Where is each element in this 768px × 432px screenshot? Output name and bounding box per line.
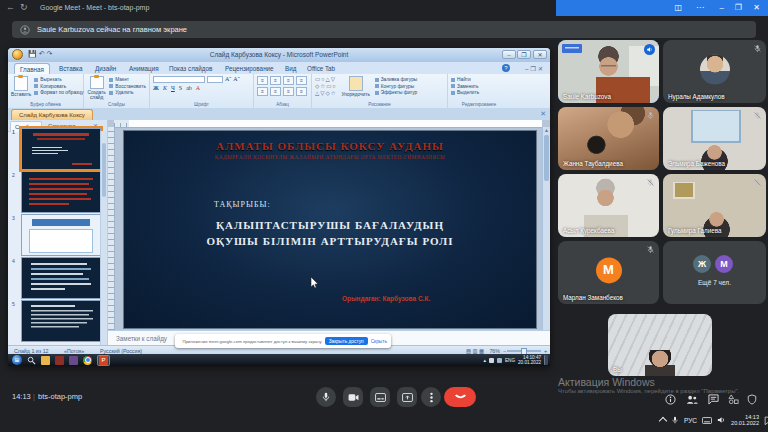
zoom-out-icon[interactable]: −	[503, 348, 506, 354]
minimize-icon[interactable]: –	[720, 3, 724, 13]
shared-clock[interactable]: 14:10:47 20.01.2022	[518, 355, 541, 366]
shape-fill-button[interactable]: Заливка фигуры	[375, 77, 418, 82]
help-icon[interactable]: ?	[502, 64, 510, 72]
activities-button[interactable]	[727, 393, 739, 405]
powerpoint-titlebar[interactable]: 💾↶↷ Слайд Карбузова Коксу - Microsoft Po…	[8, 48, 550, 63]
doc-window-controls[interactable]: – ❐ ✕	[520, 63, 548, 74]
tab-view[interactable]: Вид	[280, 63, 301, 74]
overflow-participants-tile[interactable]: Ж М Ещё 7 чел.	[663, 241, 766, 304]
select-button[interactable]: Выделить	[451, 90, 479, 95]
close-icon[interactable]: ✕	[753, 3, 760, 13]
shared-tray-icon-2[interactable]	[497, 358, 502, 363]
chat-button[interactable]	[707, 393, 719, 405]
view-buttons[interactable]: ▤ ▥ ▦	[466, 348, 484, 354]
bullets-button[interactable]: ≡	[257, 76, 268, 85]
font-name-select[interactable]	[153, 76, 205, 83]
tab-insert[interactable]: Вставка	[54, 63, 87, 74]
participant-tile[interactable]: Гульмира Галиева	[663, 174, 766, 237]
copy-button[interactable]: Копировать	[34, 84, 83, 89]
touch-keyboard-icon[interactable]	[702, 417, 712, 424]
font-color-button[interactable]: A	[196, 85, 200, 91]
self-view-tile[interactable]: Вы	[608, 314, 712, 376]
paste-button[interactable]: Вставить	[11, 76, 31, 100]
captions-button[interactable]	[370, 387, 390, 407]
tab-review[interactable]: Рецензирование	[220, 63, 279, 74]
underline-button[interactable]: Ч	[171, 85, 175, 91]
italic-button[interactable]: К	[163, 85, 167, 91]
arrange-button[interactable]: Упорядочить	[340, 76, 372, 100]
present-button[interactable]	[397, 387, 417, 407]
new-slide-button[interactable]: Создать слайд	[87, 76, 106, 100]
shared-chrome-icon[interactable]	[83, 356, 92, 365]
more-menu-icon[interactable]: ⋯	[696, 3, 704, 13]
participant-tile[interactable]: Эльмира Баженова	[663, 107, 766, 170]
refresh-icon[interactable]: ↻	[20, 2, 28, 12]
tab-strip-icon[interactable]: ◫	[674, 3, 682, 13]
numbering-button[interactable]: ≡	[270, 76, 281, 85]
bold-button[interactable]: Ж	[153, 85, 159, 91]
indent-increase-button[interactable]: ≡	[296, 76, 307, 85]
slide-thumbnail-2[interactable]	[21, 171, 101, 213]
slide-thumbnail-4[interactable]	[21, 257, 101, 299]
office-tab-close-icon[interactable]: ✕	[540, 110, 546, 118]
slide-canvas[interactable]: АЛМАТЫ ОБЛЫСЫ КОКСУ АУДАНЫ ҚАДЫРҒАЛИ ҚОС…	[123, 130, 537, 329]
shared-tray-chevron[interactable]: ▴	[484, 357, 487, 363]
tray-mic-icon[interactable]	[671, 416, 679, 424]
tab-office-tab[interactable]: Office Tab	[302, 63, 340, 74]
align-right-button[interactable]: ≡	[283, 87, 294, 96]
shared-tray-icon-1[interactable]	[489, 358, 494, 363]
shared-app-icon-1[interactable]	[55, 356, 64, 365]
ppt-restore-button[interactable]: ❐	[517, 50, 531, 59]
reset-button[interactable]: Восстановить	[109, 84, 146, 89]
action-center-icon[interactable]	[764, 416, 768, 425]
participant-tile[interactable]: Жанна Таубалдиева	[558, 107, 659, 170]
language-indicator[interactable]: РУС	[684, 417, 697, 424]
ppt-minimize-button[interactable]: –	[502, 50, 516, 59]
zoom-in-icon[interactable]: +	[544, 348, 547, 354]
language-indicator[interactable]: Русский (Россия)	[100, 348, 142, 354]
shape-outline-button[interactable]: Контур фигуры	[375, 84, 418, 89]
indent-decrease-button[interactable]: ≡	[283, 76, 294, 85]
restore-icon[interactable]: ❐	[735, 3, 742, 13]
tray-chevron-icon[interactable]	[659, 417, 667, 425]
shadow-button[interactable]: S	[179, 85, 182, 91]
shared-powerpoint-icon[interactable]: P	[97, 355, 110, 366]
shared-explorer-icon[interactable]	[41, 356, 50, 365]
zoom-slider[interactable]	[507, 350, 541, 352]
shared-start-button[interactable]: ⊞	[12, 355, 22, 365]
editor-scrollbar[interactable]: ▲	[542, 127, 550, 330]
hide-share-bar-button[interactable]: Скрыть	[371, 339, 387, 344]
participant-tile[interactable]: Saule Karbuzova	[558, 40, 659, 103]
shared-app-icon-2[interactable]	[69, 356, 78, 365]
participant-tile[interactable]: M Марлан Заманбеков	[558, 241, 659, 304]
justify-button[interactable]: ≡	[296, 87, 307, 96]
delete-button[interactable]: Удалить	[109, 90, 146, 95]
font-size-select[interactable]	[207, 76, 223, 83]
grow-font-icon[interactable]: Aˆ	[225, 76, 231, 83]
format-painter-button[interactable]: Формат по образцу	[34, 90, 83, 95]
slide-thumbnail-5[interactable]	[21, 300, 101, 342]
shared-language-indicator[interactable]: ENG	[505, 358, 515, 363]
ppt-close-button[interactable]: ✕	[533, 50, 547, 59]
end-call-button[interactable]	[444, 387, 476, 407]
align-left-button[interactable]: ≡	[257, 87, 268, 96]
pane-scrollbar[interactable]	[100, 131, 107, 345]
host-controls-button[interactable]	[746, 393, 758, 405]
shared-search-icon[interactable]	[27, 356, 36, 365]
participant-tile[interactable]: Асыл Курекбаева	[558, 174, 659, 237]
back-icon[interactable]: ←	[6, 2, 15, 12]
participants-button[interactable]	[686, 393, 698, 405]
meeting-details-button[interactable]	[664, 393, 676, 405]
find-button[interactable]: Найти	[451, 77, 479, 82]
cut-button[interactable]: Вырезать	[34, 77, 83, 82]
shrink-font-icon[interactable]: Aˇ	[233, 76, 239, 83]
shape-effects-button[interactable]: Эффекты фигур	[375, 90, 418, 95]
shapes-gallery[interactable]: ▭○△▽◇☆▭○△▽◇☆	[315, 76, 337, 100]
system-clock[interactable]: 14:13 20.01.2022	[731, 414, 759, 427]
slide-thumbnail-3[interactable]	[21, 214, 101, 256]
tab-slideshow[interactable]: Показ слайдов	[164, 63, 217, 74]
participant-tile[interactable]: Нуралы Адамкулов	[663, 40, 766, 103]
volume-icon[interactable]	[717, 416, 726, 424]
more-options-button[interactable]	[421, 387, 441, 407]
tab-animation[interactable]: Анимация	[124, 63, 164, 74]
